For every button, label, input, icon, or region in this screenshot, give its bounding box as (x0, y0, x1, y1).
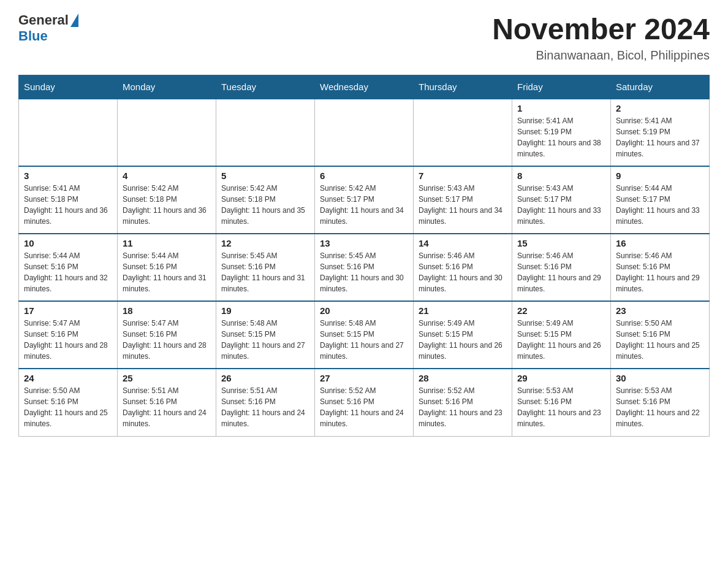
day-number: 23 (616, 305, 704, 316)
calendar-cell: 2Sunrise: 5:41 AMSunset: 5:19 PMDaylight… (611, 99, 710, 166)
day-number: 29 (517, 373, 605, 383)
weekday-header-tuesday: Tuesday (216, 75, 315, 99)
day-number: 16 (616, 238, 704, 248)
day-number: 19 (221, 305, 309, 316)
logo-blue-text: Blue (18, 28, 48, 44)
day-number: 26 (221, 373, 309, 383)
calendar-cell: 29Sunrise: 5:53 AMSunset: 5:16 PMDayligh… (512, 369, 611, 436)
calendar-cell: 30Sunrise: 5:53 AMSunset: 5:16 PMDayligh… (611, 369, 710, 436)
calendar-cell: 20Sunrise: 5:48 AMSunset: 5:15 PMDayligh… (315, 301, 414, 369)
calendar-cell: 26Sunrise: 5:51 AMSunset: 5:16 PMDayligh… (216, 369, 315, 436)
day-info: Sunrise: 5:53 AMSunset: 5:16 PMDaylight:… (616, 385, 704, 429)
day-info: Sunrise: 5:44 AMSunset: 5:17 PMDaylight:… (616, 183, 704, 227)
day-number: 27 (320, 373, 408, 383)
day-info: Sunrise: 5:53 AMSunset: 5:16 PMDaylight:… (517, 385, 605, 429)
weekday-header-friday: Friday (512, 75, 611, 99)
logo: General Blue (18, 12, 78, 44)
day-number: 9 (616, 170, 704, 181)
day-info: Sunrise: 5:42 AMSunset: 5:18 PMDaylight:… (123, 183, 211, 227)
weekday-header-saturday: Saturday (611, 75, 710, 99)
day-number: 28 (419, 373, 507, 383)
day-number: 14 (419, 238, 507, 248)
day-info: Sunrise: 5:46 AMSunset: 5:16 PMDaylight:… (616, 250, 704, 294)
weekday-header-wednesday: Wednesday (315, 75, 414, 99)
day-number: 3 (24, 170, 112, 181)
calendar-cell: 8Sunrise: 5:43 AMSunset: 5:17 PMDaylight… (512, 166, 611, 234)
day-number: 30 (616, 373, 704, 383)
week-row-1: 1Sunrise: 5:41 AMSunset: 5:19 PMDaylight… (19, 99, 710, 166)
day-info: Sunrise: 5:47 AMSunset: 5:16 PMDaylight:… (24, 318, 112, 362)
day-info: Sunrise: 5:45 AMSunset: 5:16 PMDaylight:… (320, 250, 408, 294)
day-number: 6 (320, 170, 408, 181)
day-info: Sunrise: 5:52 AMSunset: 5:16 PMDaylight:… (419, 385, 507, 429)
day-number: 2 (616, 103, 704, 113)
day-number: 13 (320, 238, 408, 248)
calendar-cell (414, 99, 512, 166)
day-number: 21 (419, 305, 507, 316)
day-info: Sunrise: 5:44 AMSunset: 5:16 PMDaylight:… (24, 250, 112, 294)
calendar-cell: 3Sunrise: 5:41 AMSunset: 5:18 PMDaylight… (19, 166, 118, 234)
day-info: Sunrise: 5:50 AMSunset: 5:16 PMDaylight:… (616, 318, 704, 362)
weekday-header-row: SundayMondayTuesdayWednesdayThursdayFrid… (19, 75, 710, 99)
day-number: 8 (517, 170, 605, 181)
day-number: 11 (123, 238, 211, 248)
calendar-cell: 5Sunrise: 5:42 AMSunset: 5:18 PMDaylight… (216, 166, 315, 234)
week-row-3: 10Sunrise: 5:44 AMSunset: 5:16 PMDayligh… (19, 234, 710, 301)
day-info: Sunrise: 5:49 AMSunset: 5:15 PMDaylight:… (419, 318, 507, 362)
day-info: Sunrise: 5:46 AMSunset: 5:16 PMDaylight:… (517, 250, 605, 294)
calendar-cell: 25Sunrise: 5:51 AMSunset: 5:16 PMDayligh… (118, 369, 216, 436)
day-info: Sunrise: 5:48 AMSunset: 5:15 PMDaylight:… (221, 318, 309, 362)
calendar-cell: 10Sunrise: 5:44 AMSunset: 5:16 PMDayligh… (19, 234, 118, 301)
day-number: 22 (517, 305, 605, 316)
day-info: Sunrise: 5:52 AMSunset: 5:16 PMDaylight:… (320, 385, 408, 429)
calendar-cell: 24Sunrise: 5:50 AMSunset: 5:16 PMDayligh… (19, 369, 118, 436)
calendar-cell: 9Sunrise: 5:44 AMSunset: 5:17 PMDaylight… (611, 166, 710, 234)
week-row-4: 17Sunrise: 5:47 AMSunset: 5:16 PMDayligh… (19, 301, 710, 369)
day-number: 20 (320, 305, 408, 316)
calendar-cell: 14Sunrise: 5:46 AMSunset: 5:16 PMDayligh… (414, 234, 512, 301)
calendar-cell: 19Sunrise: 5:48 AMSunset: 5:15 PMDayligh… (216, 301, 315, 369)
calendar-cell (315, 99, 414, 166)
day-number: 7 (419, 170, 507, 181)
day-info: Sunrise: 5:45 AMSunset: 5:16 PMDaylight:… (221, 250, 309, 294)
calendar-cell: 6Sunrise: 5:42 AMSunset: 5:17 PMDaylight… (315, 166, 414, 234)
day-number: 1 (517, 103, 605, 113)
day-number: 25 (123, 373, 211, 383)
calendar-cell: 16Sunrise: 5:46 AMSunset: 5:16 PMDayligh… (611, 234, 710, 301)
header: General Blue November 2024 Binanwanaan, … (18, 12, 710, 63)
day-number: 10 (24, 238, 112, 248)
day-info: Sunrise: 5:51 AMSunset: 5:16 PMDaylight:… (123, 385, 211, 429)
calendar-cell: 21Sunrise: 5:49 AMSunset: 5:15 PMDayligh… (414, 301, 512, 369)
day-number: 18 (123, 305, 211, 316)
day-info: Sunrise: 5:43 AMSunset: 5:17 PMDaylight:… (517, 183, 605, 227)
day-info: Sunrise: 5:50 AMSunset: 5:16 PMDaylight:… (24, 385, 112, 429)
day-info: Sunrise: 5:49 AMSunset: 5:15 PMDaylight:… (517, 318, 605, 362)
calendar-cell: 12Sunrise: 5:45 AMSunset: 5:16 PMDayligh… (216, 234, 315, 301)
day-info: Sunrise: 5:41 AMSunset: 5:19 PMDaylight:… (616, 115, 704, 159)
calendar-cell: 15Sunrise: 5:46 AMSunset: 5:16 PMDayligh… (512, 234, 611, 301)
calendar-cell: 22Sunrise: 5:49 AMSunset: 5:15 PMDayligh… (512, 301, 611, 369)
calendar-cell: 27Sunrise: 5:52 AMSunset: 5:16 PMDayligh… (315, 369, 414, 436)
calendar-subtitle: Binanwanaan, Bicol, Philippines (492, 48, 710, 63)
calendar-cell: 1Sunrise: 5:41 AMSunset: 5:19 PMDaylight… (512, 99, 611, 166)
calendar-cell: 11Sunrise: 5:44 AMSunset: 5:16 PMDayligh… (118, 234, 216, 301)
day-info: Sunrise: 5:42 AMSunset: 5:18 PMDaylight:… (221, 183, 309, 227)
day-number: 15 (517, 238, 605, 248)
day-number: 5 (221, 170, 309, 181)
day-info: Sunrise: 5:51 AMSunset: 5:16 PMDaylight:… (221, 385, 309, 429)
calendar-cell: 13Sunrise: 5:45 AMSunset: 5:16 PMDayligh… (315, 234, 414, 301)
calendar-cell (216, 99, 315, 166)
day-number: 4 (123, 170, 211, 181)
weekday-header-sunday: Sunday (19, 75, 118, 99)
day-info: Sunrise: 5:47 AMSunset: 5:16 PMDaylight:… (123, 318, 211, 362)
day-info: Sunrise: 5:48 AMSunset: 5:15 PMDaylight:… (320, 318, 408, 362)
weekday-header-thursday: Thursday (414, 75, 512, 99)
calendar-cell (118, 99, 216, 166)
calendar-cell (19, 99, 118, 166)
day-info: Sunrise: 5:42 AMSunset: 5:17 PMDaylight:… (320, 183, 408, 227)
day-info: Sunrise: 5:44 AMSunset: 5:16 PMDaylight:… (123, 250, 211, 294)
day-info: Sunrise: 5:41 AMSunset: 5:18 PMDaylight:… (24, 183, 112, 227)
logo-general-text: General (18, 12, 69, 28)
week-row-5: 24Sunrise: 5:50 AMSunset: 5:16 PMDayligh… (19, 369, 710, 436)
calendar-table: SundayMondayTuesdayWednesdayThursdayFrid… (18, 75, 710, 437)
